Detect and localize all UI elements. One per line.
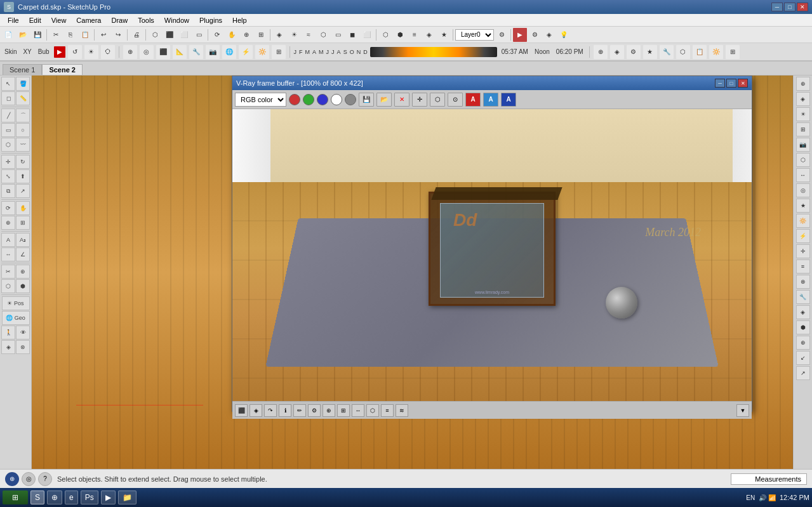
scene2-tab[interactable]: Scene 2 bbox=[42, 64, 83, 75]
right-btn10[interactable]: 🔆 bbox=[796, 214, 810, 228]
print-button[interactable]: 🖨 bbox=[130, 28, 143, 42]
vray-bottom-btn7[interactable]: ⊕ bbox=[323, 404, 335, 417]
right-view-button[interactable]: ▭ bbox=[192, 28, 206, 42]
pushpull-tool-button[interactable]: ⬆ bbox=[16, 169, 30, 183]
new-button[interactable]: 📄 bbox=[1, 28, 15, 42]
3d-viewport[interactable]: V-Ray frame buffer - [100% of 800 x 422]… bbox=[32, 76, 793, 469]
taskbar-chrome[interactable]: ⊕ bbox=[47, 491, 62, 504]
styles-button[interactable]: ★ bbox=[437, 28, 451, 42]
vray-bottom-expand[interactable]: ▼ bbox=[736, 404, 749, 417]
text-tool-button[interactable]: A bbox=[1, 233, 15, 247]
sun-btn7[interactable]: 🔧 bbox=[189, 45, 203, 59]
paste-button[interactable]: 📋 bbox=[78, 28, 92, 42]
pan-button[interactable]: ✋ bbox=[225, 28, 239, 42]
right-btn15[interactable]: 🔧 bbox=[796, 290, 810, 304]
vray-bottom-btn1[interactable]: ⬛ bbox=[235, 404, 248, 417]
right-btn20[interactable]: ↗ bbox=[796, 366, 810, 380]
layers-button[interactable]: ≡ bbox=[408, 28, 422, 42]
sun-btn9[interactable]: 🌐 bbox=[222, 45, 236, 59]
tape-tool-button[interactable]: 📏 bbox=[16, 91, 30, 105]
layer-settings-button[interactable]: ⚙ bbox=[495, 28, 509, 42]
vray-load-button[interactable]: 📂 bbox=[376, 93, 392, 107]
menu-camera[interactable]: Camera bbox=[71, 15, 106, 25]
zoom-tool-button[interactable]: ⊕ bbox=[1, 216, 15, 230]
right-btn5[interactable]: 📷 bbox=[796, 138, 810, 152]
rect-tool-button[interactable]: ▭ bbox=[1, 123, 15, 137]
status-icon1[interactable]: ⊕ bbox=[5, 472, 19, 486]
vray-bottom-btn11[interactable]: ≡ bbox=[381, 404, 394, 417]
extra-btn9[interactable]: ⊞ bbox=[726, 45, 740, 59]
extra-btn10[interactable]: ◈ bbox=[1, 340, 15, 354]
hidden-line-button[interactable]: ▭ bbox=[331, 28, 345, 42]
zoom-win-tool-button[interactable]: ⊞ bbox=[16, 216, 30, 230]
vray-lights-button[interactable]: 💡 bbox=[557, 28, 571, 42]
extra-tool2[interactable]: ⬢ bbox=[16, 279, 30, 293]
look-tool-button[interactable]: 👁 bbox=[16, 326, 30, 339]
select-tool-button[interactable]: ↖ bbox=[1, 77, 15, 91]
channel-green-dot[interactable] bbox=[303, 94, 314, 105]
vray-minimize-button[interactable]: ─ bbox=[715, 79, 725, 88]
textured-button[interactable]: ⬜ bbox=[360, 28, 374, 42]
orbit-tool-button[interactable]: ⟳ bbox=[1, 201, 15, 215]
extra-btn8[interactable]: 🔆 bbox=[709, 45, 723, 59]
right-btn7[interactable]: ↔ bbox=[796, 168, 810, 182]
vray-channel-a1[interactable]: A bbox=[465, 93, 481, 107]
vray-render-button[interactable]: ▶ bbox=[513, 28, 527, 42]
extra-btn7[interactable]: 📋 bbox=[693, 45, 707, 59]
right-btn6[interactable]: ⬡ bbox=[796, 153, 810, 167]
sun-reset-button[interactable]: ↺ bbox=[68, 45, 82, 59]
sun-time-gradient[interactable] bbox=[370, 47, 497, 57]
angle-tool-button[interactable]: ∠ bbox=[16, 247, 30, 261]
vray-clear-button[interactable]: ✕ bbox=[394, 93, 409, 107]
redo-button[interactable]: ↪ bbox=[111, 28, 125, 42]
zoom-extents-button[interactable]: ⊞ bbox=[254, 28, 268, 42]
channel-red-dot[interactable] bbox=[289, 94, 300, 105]
vray-cross-button[interactable]: ✛ bbox=[412, 93, 427, 107]
sun-btn6[interactable]: 📐 bbox=[173, 45, 187, 59]
extra-tool1[interactable]: ⬡ bbox=[1, 279, 15, 293]
rotate-tool-button[interactable]: ↻ bbox=[16, 155, 30, 169]
orbit-button[interactable]: ⟳ bbox=[210, 28, 224, 42]
vray-close-button[interactable]: ✕ bbox=[738, 79, 748, 88]
sun-position-button[interactable]: ☀ Pos bbox=[2, 296, 30, 310]
right-btn14[interactable]: ⊗ bbox=[796, 275, 810, 289]
vray-channel-a2[interactable]: A bbox=[483, 93, 498, 107]
vray-lens-button[interactable]: ⊙ bbox=[448, 93, 463, 107]
zoom-button[interactable]: ⊕ bbox=[239, 28, 253, 42]
vray-bottom-btn3[interactable]: ↷ bbox=[264, 404, 277, 417]
polygon-tool-button[interactable]: ⬡ bbox=[1, 138, 15, 152]
right-btn2[interactable]: ◈ bbox=[796, 92, 810, 106]
sun-btn12[interactable]: ⊞ bbox=[272, 45, 286, 59]
extra-btn1[interactable]: ⊕ bbox=[594, 45, 608, 59]
maximize-button[interactable]: □ bbox=[784, 3, 795, 11]
right-btn16[interactable]: ◈ bbox=[796, 305, 810, 319]
right-btn3[interactable]: ☀ bbox=[796, 107, 810, 121]
fog-button[interactable]: ≈ bbox=[302, 28, 316, 42]
sun-btn4[interactable]: ◎ bbox=[140, 45, 154, 59]
extra-btn11[interactable]: ⊗ bbox=[16, 340, 30, 354]
shadow-button[interactable]: ☀ bbox=[287, 28, 301, 42]
iso-view-button[interactable]: ⬡ bbox=[148, 28, 162, 42]
taskbar-media[interactable]: ▶ bbox=[101, 491, 116, 504]
channel-blue-dot[interactable] bbox=[317, 94, 328, 105]
freehand-tool-button[interactable]: 〰 bbox=[16, 138, 30, 152]
arc-tool-button[interactable]: ⌒ bbox=[16, 109, 30, 122]
open-button[interactable]: 📂 bbox=[16, 28, 30, 42]
menu-window[interactable]: Window bbox=[159, 15, 194, 25]
3dtext-tool-button[interactable]: A₃ bbox=[16, 233, 30, 247]
vray-maximize-button[interactable]: □ bbox=[726, 79, 736, 88]
right-btn8[interactable]: ◎ bbox=[796, 183, 810, 197]
vray-save-button[interactable]: 💾 bbox=[359, 93, 374, 107]
shaded-button[interactable]: ◼ bbox=[345, 28, 359, 42]
extra-btn3[interactable]: ⚙ bbox=[627, 45, 641, 59]
offset-tool-button[interactable]: ⧉ bbox=[1, 184, 15, 198]
measurements-box[interactable]: Measurements bbox=[731, 473, 807, 485]
sun-btn10[interactable]: ⚡ bbox=[239, 45, 253, 59]
menu-file[interactable]: File bbox=[3, 15, 24, 25]
play-button[interactable]: ▶ bbox=[54, 46, 65, 58]
components-button[interactable]: ⬡ bbox=[378, 28, 392, 42]
menu-tools[interactable]: Tools bbox=[133, 15, 159, 25]
dim-tool-button[interactable]: ↔ bbox=[1, 247, 15, 261]
right-btn9[interactable]: ★ bbox=[796, 199, 810, 213]
geo-button[interactable]: 🌐 Geo bbox=[2, 311, 30, 325]
